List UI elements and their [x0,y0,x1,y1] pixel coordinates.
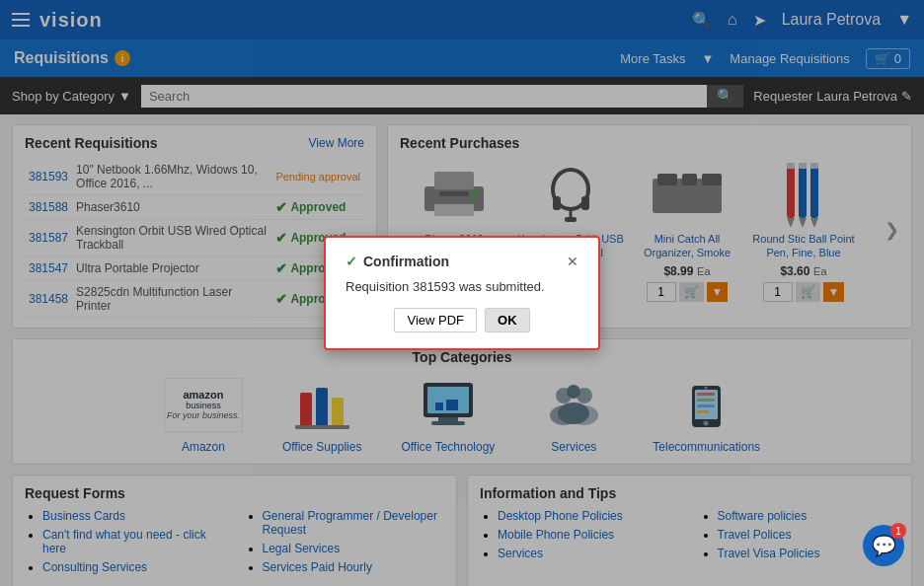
modal-overlay: ✓ Confirmation ✕ Requisition 381593 was … [0,0,924,586]
ok-button[interactable]: OK [485,308,530,332]
view-pdf-button[interactable]: View PDF [394,308,477,332]
dialog-close-button[interactable]: ✕ [567,254,578,269]
chat-icon: 💬 [872,534,896,557]
check-icon: ✓ [346,254,357,269]
chat-badge-count: 1 [890,523,906,539]
confirmation-dialog: ✓ Confirmation ✕ Requisition 381593 was … [324,236,600,350]
dialog-header: ✓ Confirmation ✕ [346,254,578,269]
dialog-message: Requisition 381593 was submitted. [346,279,578,294]
dialog-title-text: Confirmation [363,254,449,269]
chat-bubble-button[interactable]: 💬 1 [863,525,904,566]
dialog-footer: View PDF OK [346,308,578,332]
dialog-title: ✓ Confirmation [346,254,449,269]
